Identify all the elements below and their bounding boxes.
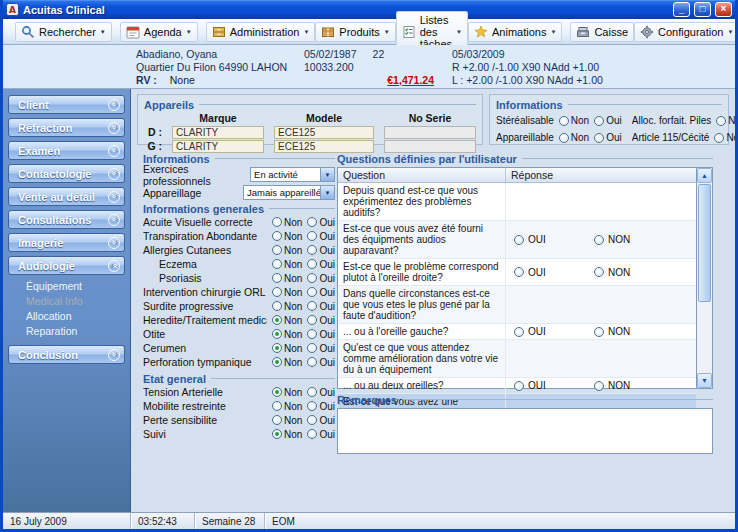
chevron-down-icon: ▼: [384, 29, 390, 35]
agenda-button[interactable]: Agenda ▼: [120, 22, 198, 42]
radio-oui[interactable]: Oui: [307, 357, 335, 368]
informations-flags-title: Informations: [496, 98, 722, 111]
chevron-expand-icon[interactable]: «: [108, 214, 120, 226]
radio-non[interactable]: Non: [272, 329, 302, 340]
radio-non[interactable]: Non: [272, 287, 302, 298]
radio-non[interactable]: Non: [272, 273, 302, 284]
answer-non[interactable]: NON: [594, 267, 674, 278]
produits-button[interactable]: Produits ▼: [315, 22, 395, 42]
radio-non[interactable]: Non: [272, 387, 302, 398]
question-row[interactable]: ... ou au deux oreilles? OUI NON: [338, 378, 696, 394]
answer-oui[interactable]: OUI: [514, 380, 594, 391]
radio-oui[interactable]: Oui: [307, 329, 335, 340]
radio-oui[interactable]: Oui: [594, 132, 622, 143]
radio-oui[interactable]: Oui: [307, 415, 335, 426]
answer-non[interactable]: NON: [594, 380, 674, 391]
animations-button[interactable]: Animations ▼: [468, 22, 562, 42]
question-row[interactable]: Est-ce que vous avez été fourni des équi…: [338, 221, 696, 259]
answer-oui[interactable]: OUI: [514, 326, 594, 337]
chevron-down-icon[interactable]: ▼: [320, 186, 334, 199]
question-row[interactable]: Qu'est ce que vous attendez comme amélio…: [338, 340, 696, 378]
chevron-expand-icon[interactable]: «: [108, 237, 120, 249]
exercices-dropdown[interactable]: En activité ▼: [250, 167, 335, 182]
radio-oui[interactable]: Oui: [307, 401, 335, 412]
sidebar-item-vente-au-detail[interactable]: Vente au détail «: [8, 187, 125, 206]
scroll-down-icon[interactable]: ▼: [697, 373, 712, 388]
general-item: Psoriasis Non Oui: [143, 271, 335, 285]
radio-non[interactable]: Non: [272, 231, 302, 242]
chevron-expand-icon[interactable]: «: [108, 168, 120, 180]
close-button[interactable]: ×: [715, 2, 732, 17]
question-row[interactable]: Dans quelle circonstances est-ce que vou…: [338, 286, 696, 324]
sidebar-item-allocation[interactable]: Allocation: [26, 310, 125, 325]
radio-non[interactable]: Non: [716, 115, 738, 126]
chevron-down-icon[interactable]: ▼: [320, 168, 334, 181]
question-row[interactable]: Est-ce que le problème correspond plutot…: [338, 259, 696, 286]
answer-non[interactable]: NON: [594, 326, 674, 337]
sidebar-item-imagerie[interactable]: Imagerie «: [8, 233, 125, 252]
caisse-button[interactable]: Caisse: [570, 22, 634, 42]
sidebar-item-conclusion[interactable]: Conclusion «: [8, 345, 125, 364]
chevron-expand-icon[interactable]: «: [108, 99, 120, 111]
chevron-collapse-icon[interactable]: «: [108, 260, 120, 272]
chevron-expand-icon[interactable]: «: [108, 191, 120, 203]
modele-droite-field[interactable]: ECE125: [274, 126, 374, 139]
rx-right: R +2.00 /-1.00 X90 NAdd +1.00: [434, 61, 727, 74]
remarques-textarea[interactable]: [337, 408, 713, 454]
questions-scrollbar[interactable]: ▲ ▼: [696, 168, 712, 388]
configuration-button[interactable]: Configuration ▼: [634, 22, 738, 42]
radio-non[interactable]: Non: [272, 217, 302, 228]
answer-non[interactable]: NON: [594, 234, 674, 245]
sidebar-item-equipement[interactable]: Équipement: [26, 280, 125, 295]
radio-oui[interactable]: Oui: [307, 301, 335, 312]
administration-button[interactable]: Administration ▼: [206, 22, 316, 42]
radio-oui[interactable]: Oui: [307, 429, 335, 440]
chevron-expand-icon[interactable]: «: [108, 122, 120, 134]
radio-non[interactable]: Non: [272, 315, 302, 326]
radio-non[interactable]: Non: [714, 132, 738, 143]
minimize-button[interactable]: _: [673, 2, 690, 17]
question-row[interactable]: Depuis quand est-ce que vous expérimente…: [338, 183, 696, 221]
answer-oui[interactable]: OUI: [514, 267, 594, 278]
sidebar-item-examen[interactable]: Examen «: [8, 141, 125, 160]
radio-non[interactable]: Non: [272, 429, 302, 440]
question-row[interactable]: ... ou à l'oreille gauche? OUI NON: [338, 324, 696, 340]
radio-oui[interactable]: Oui: [307, 231, 335, 242]
sidebar-item-medical-info[interactable]: Medical Info: [26, 295, 125, 310]
appareillage-dropdown[interactable]: Jamais appareillé ▼: [243, 185, 335, 200]
radio-non[interactable]: Non: [559, 115, 589, 126]
marque-droite-field[interactable]: CLARITY: [172, 126, 264, 139]
sidebar-item-audiologie[interactable]: Audiologie «: [8, 256, 125, 275]
radio-non[interactable]: Non: [272, 301, 302, 312]
sidebar-item-consultations[interactable]: Consultations «: [8, 210, 125, 229]
sidebar-item-client[interactable]: Client «: [8, 95, 125, 114]
radio-non[interactable]: Non: [272, 415, 302, 426]
scroll-track[interactable]: [697, 183, 712, 373]
chevron-expand-icon[interactable]: «: [108, 145, 120, 157]
radio-non[interactable]: Non: [272, 357, 302, 368]
radio-non[interactable]: Non: [559, 132, 589, 143]
radio-oui[interactable]: Oui: [307, 273, 335, 284]
radio-oui[interactable]: Oui: [307, 315, 335, 326]
radio-oui[interactable]: Oui: [307, 259, 335, 270]
scroll-thumb[interactable]: [698, 184, 711, 302]
sidebar-item-refraction[interactable]: Réfraction «: [8, 118, 125, 137]
radio-non[interactable]: Non: [272, 259, 302, 270]
radio-oui[interactable]: Oui: [307, 217, 335, 228]
answer-oui[interactable]: OUI: [514, 234, 594, 245]
sidebar-item-contactologie[interactable]: Contactologie «: [8, 164, 125, 183]
radio-oui[interactable]: Oui: [307, 387, 335, 398]
sidebar-item-reparation[interactable]: Reparation: [26, 325, 125, 340]
rechercher-button[interactable]: Rechercher ▼: [15, 22, 112, 42]
radio-non[interactable]: Non: [272, 343, 302, 354]
radio-non[interactable]: Non: [272, 401, 302, 412]
chevron-expand-icon[interactable]: «: [108, 349, 120, 361]
radio-non[interactable]: Non: [272, 245, 302, 256]
radio-oui[interactable]: Oui: [594, 115, 622, 126]
serie-droite-field[interactable]: [384, 126, 476, 139]
maximize-button[interactable]: □: [694, 2, 711, 17]
radio-oui[interactable]: Oui: [307, 343, 335, 354]
scroll-up-icon[interactable]: ▲: [697, 168, 712, 183]
radio-oui[interactable]: Oui: [307, 287, 335, 298]
radio-oui[interactable]: Oui: [307, 245, 335, 256]
